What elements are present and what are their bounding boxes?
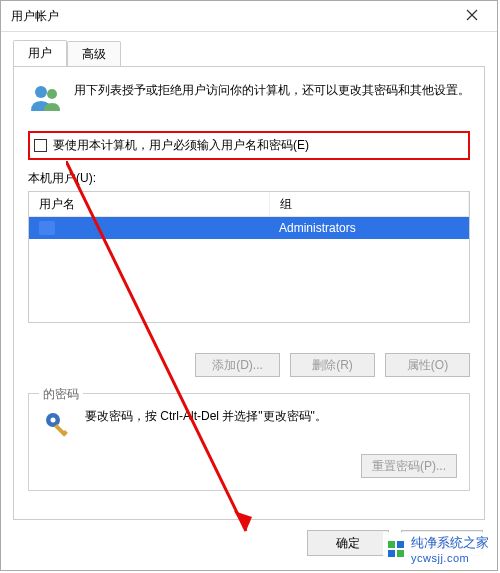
require-login-checkbox[interactable] [34,139,47,152]
cell-username [29,221,269,235]
ok-button[interactable]: 确定 [307,530,389,556]
watermark-url: ycwsjj.com [411,552,489,564]
checkbox-highlight: 要使用本计算机，用户必须输入用户名和密码(E) [28,131,470,160]
window-title: 用户帐户 [11,8,452,25]
watermark: 纯净系统之家 ycwsjj.com [383,532,493,566]
cell-group: Administrators [269,221,469,235]
close-icon [466,8,478,24]
reset-password-button[interactable]: 重置密码(P)... [361,454,457,478]
info-text: 用下列表授予或拒绝用户访问你的计算机，还可以更改其密码和其他设置。 [74,81,470,100]
svg-point-2 [35,86,47,98]
users-icon [28,81,64,117]
tab-advanced[interactable]: 高级 [67,41,121,67]
svg-rect-13 [397,550,404,557]
properties-button[interactable]: 属性(O) [385,353,470,377]
close-button[interactable] [452,2,492,30]
column-group[interactable]: 组 [270,192,469,216]
svg-rect-11 [397,541,404,548]
svg-point-5 [51,418,56,423]
password-group-title: 的密码 [39,386,83,403]
svg-rect-12 [388,550,395,557]
add-button[interactable]: 添加(D)... [195,353,280,377]
key-icon [41,408,75,442]
password-group: 的密码 要改密码，按 Ctrl-Alt-Del 并选择"更改密码"。 重置密码(… [28,393,470,491]
watermark-name: 纯净系统之家 [411,535,489,550]
svg-rect-10 [388,541,395,548]
column-username[interactable]: 用户名 [29,192,270,216]
remove-button[interactable]: 删除(R) [290,353,375,377]
table-row[interactable]: Administrators [29,217,469,239]
svg-point-3 [47,89,57,99]
tab-panel-users: 用下列表授予或拒绝用户访问你的计算机，还可以更改其密码和其他设置。 要使用本计算… [13,66,485,520]
watermark-logo-icon [387,540,405,558]
tab-users[interactable]: 用户 [13,40,67,66]
user-buttons-row: 添加(D)... 删除(R) 属性(O) [28,353,470,377]
require-login-label: 要使用本计算机，用户必须输入用户名和密码(E) [53,137,309,154]
user-list-label: 本机用户(U): [28,170,470,187]
list-header: 用户名 组 [29,192,469,217]
require-login-checkbox-row[interactable]: 要使用本计算机，用户必须输入用户名和密码(E) [34,137,462,154]
user-accounts-dialog: 用户帐户 用户 高级 用下列表授予或拒绝用户访问你的计算机，还可以更改其密码和其… [0,0,498,571]
password-group-text: 要改密码，按 Ctrl-Alt-Del 并选择"更改密码"。 [85,408,327,425]
titlebar: 用户帐户 [1,1,497,32]
user-row-icon [39,221,55,235]
info-row: 用下列表授予或拒绝用户访问你的计算机，还可以更改其密码和其他设置。 [28,81,470,117]
user-list[interactable]: 用户名 组 Administrators [28,191,470,323]
tab-strip: 用户 高级 [1,32,497,66]
